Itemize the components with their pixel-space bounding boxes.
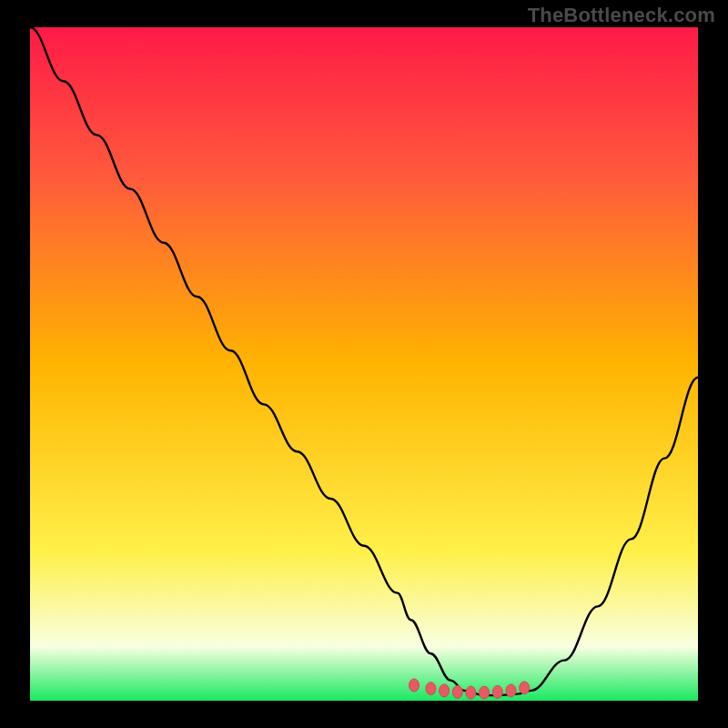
marker-dot [452, 685, 462, 698]
bottleneck-chart [0, 0, 728, 728]
chart-frame: TheBottleneck.com [0, 0, 728, 728]
marker-dot [426, 682, 436, 695]
marker-dot [410, 679, 420, 692]
marker-dot [506, 684, 516, 697]
marker-dot [466, 686, 476, 699]
marker-dot [480, 686, 490, 699]
marker-dot [520, 682, 530, 694]
watermark-text: TheBottleneck.com [528, 4, 715, 27]
marker-dot [440, 684, 450, 697]
plot-background [30, 27, 698, 701]
marker-dot [492, 685, 502, 698]
